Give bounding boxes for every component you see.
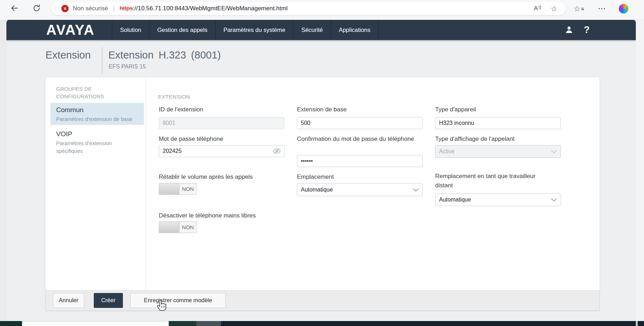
breadcrumb[interactable]: Extension xyxy=(45,49,91,61)
sidebar-divider xyxy=(146,77,146,290)
back-button[interactable] xyxy=(9,3,20,14)
restore-volume-label: Rétablir le volume après les appels xyxy=(159,172,253,182)
sidebar-item-subtitle: Paramètres d'extension spécifiques xyxy=(56,139,138,155)
url-text[interactable]: https://10.56.71.100:8443/WebMgmtEE/WebM… xyxy=(120,5,534,12)
form-action-bar: Annuler Créer Enregistrer comme modèle xyxy=(45,290,600,311)
remote-worker-select[interactable]: Automatique xyxy=(435,193,561,206)
web-page: AVAYA Solution Gestion des appels Paramè… xyxy=(6,20,636,321)
address-bar[interactable]: × Non sécurisé | https://10.56.71.100:84… xyxy=(52,2,566,15)
taskbar-strip xyxy=(0,321,644,326)
base-extension-input[interactable] xyxy=(297,117,423,129)
save-as-template-button[interactable]: Enregistrer comme modèle xyxy=(130,293,226,308)
taskbar-segment xyxy=(196,321,221,326)
caller-display-type-label: Type d'affichage de l'appelant xyxy=(435,134,515,144)
nav-item-solution[interactable]: Solution xyxy=(112,20,149,40)
app-navbar: AVAYA Solution Gestion des appels Paramè… xyxy=(6,20,636,40)
location-label: Emplacement xyxy=(297,172,334,182)
copilot-disc xyxy=(619,4,628,13)
disable-handsfree-toggle[interactable]: NON xyxy=(159,221,197,233)
navbar-actions: ? xyxy=(565,20,590,40)
sidebar-item-title: Commun xyxy=(56,106,138,114)
chevron-down-icon xyxy=(551,198,557,202)
device-type-input[interactable] xyxy=(435,117,561,129)
restore-volume-toggle[interactable]: NON xyxy=(159,183,197,195)
extension-id-input xyxy=(159,117,285,129)
toggle-knob xyxy=(159,222,179,233)
create-button[interactable]: Créer xyxy=(94,293,123,308)
extension-id-label: ID de l'extension xyxy=(159,105,203,114)
taskbar-segment xyxy=(638,321,644,326)
phone-password-confirm-input[interactable] xyxy=(297,155,423,167)
phone-password-field xyxy=(159,145,285,157)
sidebar-item-subtitle: Paramètres d'extension de base xyxy=(56,115,138,123)
phone-password-label: Mot de passe téléphone xyxy=(159,134,223,144)
toggle-knob xyxy=(159,183,179,194)
chevron-down-icon xyxy=(551,150,557,154)
url-divider: | xyxy=(113,5,115,12)
nav-item-applications[interactable]: Applications xyxy=(331,20,379,40)
taskbar-segment xyxy=(22,321,169,326)
device-type-label: Type d'appareil xyxy=(435,105,476,114)
refresh-button[interactable] xyxy=(31,3,42,14)
nav-item-parametres-du-systeme[interactable]: Paramètres du système xyxy=(215,20,293,40)
location-value: Automatique xyxy=(301,187,333,193)
extension-form-card: GROUPES DE CONFIGURATIONS Commun Paramèt… xyxy=(45,77,600,290)
browser-toolbar: × Non sécurisé | https://10.56.71.100:84… xyxy=(0,0,644,20)
remote-worker-value: Automatique xyxy=(439,197,471,203)
help-button[interactable]: ? xyxy=(584,25,590,35)
favorite-star-icon[interactable]: ☆ xyxy=(551,5,557,12)
caller-display-type-select: Activé xyxy=(435,145,561,158)
main-menu: Solution Gestion des appels Paramètres d… xyxy=(112,20,379,40)
location-select[interactable]: Automatique xyxy=(297,183,423,196)
toggle-state-label: NON xyxy=(179,222,196,233)
page-title: Extension H.323 (8001) xyxy=(108,49,221,61)
star-glyph: ☆ xyxy=(574,5,580,12)
read-aloud-waves xyxy=(538,5,541,10)
toggle-state-label: NON xyxy=(179,183,196,194)
phone-password-input[interactable] xyxy=(159,145,285,157)
sidebar-item-commun[interactable]: Commun Paramètres d'extension de base xyxy=(50,103,144,125)
more-options-icon[interactable]: ⋯ xyxy=(598,0,606,17)
url-rest: ://10.56.71.100:8443/WebMgmtEE/WebManage… xyxy=(133,5,288,12)
remote-worker-label: Remplacement en tant que travailleur dis… xyxy=(435,172,554,190)
read-aloud-letter: A xyxy=(534,5,538,12)
scrollbar-gutter xyxy=(636,20,644,321)
taskbar-segment xyxy=(169,321,196,326)
sidebar-item-voip[interactable]: VOIP Paramètres d'extension spécifiques xyxy=(50,127,144,158)
close-x-glyph: × xyxy=(64,6,66,11)
user-menu-button[interactable] xyxy=(565,26,573,34)
cancel-button[interactable]: Annuler xyxy=(53,293,84,308)
sidebar-item-title: VOIP xyxy=(56,130,138,138)
favorites-bar-icon[interactable]: ☆ ≡ xyxy=(574,0,584,17)
page-subtitle: EFS PARIS 15 xyxy=(109,63,146,70)
back-arrow-icon xyxy=(10,4,19,12)
copilot-icon[interactable] xyxy=(619,0,628,17)
address-bar-actions: A ☆ xyxy=(534,5,557,12)
url-scheme-struck: https xyxy=(120,5,133,12)
form-section-header: EXTENSION xyxy=(158,94,190,100)
base-extension-label: Extension de base xyxy=(297,105,347,114)
taskbar-segment xyxy=(0,321,22,326)
refresh-icon xyxy=(32,4,41,12)
phone-password-confirm-label: Confirmation du mot de passe du téléphon… xyxy=(297,134,416,144)
chevron-down-icon xyxy=(413,188,419,192)
user-icon xyxy=(565,26,573,34)
not-secure-label[interactable]: Non sécurisé xyxy=(73,5,108,12)
lines-glyph: ≡ xyxy=(581,6,584,12)
eye-slash-icon[interactable] xyxy=(272,147,281,155)
sidebar-header: GROUPES DE CONFIGURATIONS xyxy=(56,85,129,100)
caller-display-type-value: Activé xyxy=(439,148,455,155)
nav-item-securite[interactable]: Sécurité xyxy=(293,20,331,40)
not-secure-icon: × xyxy=(61,5,69,12)
title-divider xyxy=(102,47,102,73)
nav-item-gestion-des-appels[interactable]: Gestion des appels xyxy=(149,20,215,40)
disable-handsfree-label: Désactiver le téléphone mains libres xyxy=(159,211,256,220)
read-aloud-icon[interactable]: A xyxy=(534,5,541,12)
avaya-logo[interactable]: AVAYA xyxy=(46,22,95,38)
taskbar-segment xyxy=(221,321,636,326)
